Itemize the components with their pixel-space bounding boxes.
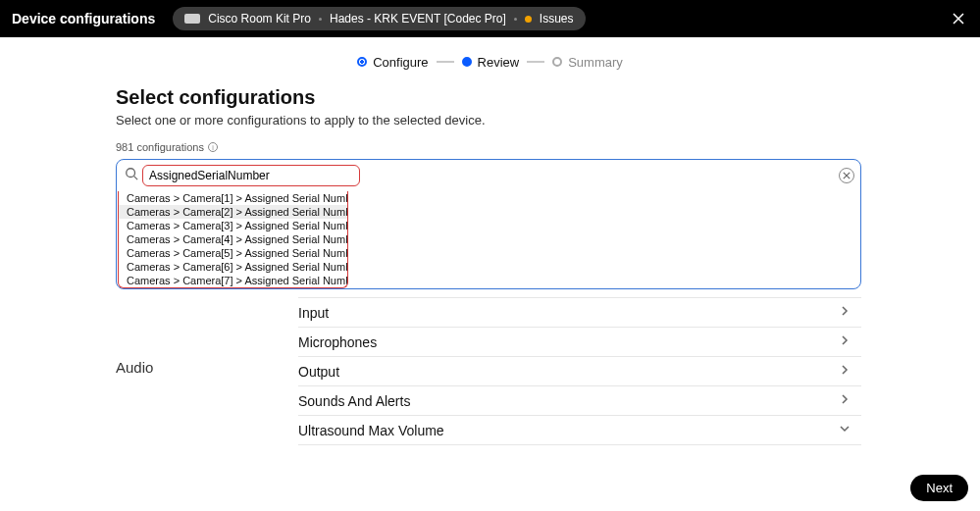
search-container: Cameras > Camera[1] > Assigned Serial Nu… [116, 159, 861, 289]
breadcrumb-status: Issues [540, 12, 574, 26]
step-bullet-icon [552, 57, 562, 67]
info-icon[interactable]: i [208, 142, 218, 152]
breadcrumb-separator [319, 18, 322, 21]
search-icon [125, 167, 138, 184]
config-row[interactable]: Output [298, 357, 861, 386]
config-row-label: Ultrasound Max Volume [298, 423, 444, 438]
step-review[interactable]: Review [462, 55, 520, 70]
step-configure[interactable]: Configure [357, 55, 428, 70]
autocomplete-item[interactable]: Cameras > Camera[6] > Assigned Serial Nu… [119, 260, 347, 274]
config-row[interactable]: Microphones [298, 328, 861, 357]
clear-search-button[interactable] [839, 168, 854, 183]
step-label: Review [478, 55, 520, 70]
header-bar: Device configurations Cisco Room Kit Pro… [0, 0, 980, 37]
config-row-label: Output [298, 364, 339, 380]
search-row [117, 160, 860, 191]
autocomplete-item[interactable]: Cameras > Camera[5] > Assigned Serial Nu… [119, 246, 347, 260]
chevron-right-icon [838, 304, 851, 322]
config-row[interactable]: Sounds And Alerts [298, 386, 861, 416]
breadcrumb-pill: Cisco Room Kit Pro Hades - KRK EVENT [Co… [173, 7, 585, 30]
content-area: Select configurations Select one or more… [0, 86, 980, 511]
autocomplete-dropdown: Cameras > Camera[1] > Assigned Serial Nu… [118, 191, 348, 288]
config-row[interactable]: Input [298, 298, 861, 328]
close-button[interactable] [947, 7, 970, 30]
step-bullet-icon [357, 57, 367, 67]
config-row-label: Microphones [298, 334, 377, 350]
config-row-label: Input [298, 305, 329, 321]
config-row-label: Sounds And Alerts [298, 393, 410, 409]
autocomplete-item[interactable]: Cameras > Camera[7] > Assigned Serial Nu… [119, 274, 347, 287]
autocomplete-item[interactable]: Cameras > Camera[1] > Assigned Serial Nu… [119, 191, 347, 205]
chevron-right-icon [838, 363, 851, 381]
autocomplete-item[interactable]: Cameras > Camera[2] > Assigned Serial Nu… [119, 205, 347, 219]
step-label: Summary [568, 55, 623, 70]
category-label: Audio [116, 359, 153, 376]
config-count-text: 981 configurations [116, 141, 204, 153]
device-type-icon [184, 14, 200, 24]
step-connector [437, 61, 454, 63]
breadcrumb-device-name: Hades - KRK EVENT [Codec Pro] [330, 12, 506, 26]
config-count: 981 configurations i [116, 141, 864, 153]
svg-point-0 [127, 169, 135, 178]
search-input[interactable] [149, 169, 353, 182]
breadcrumb-device-type: Cisco Room Kit Pro [208, 12, 311, 26]
autocomplete-item[interactable]: Cameras > Camera[3] > Assigned Serial Nu… [119, 219, 347, 232]
next-button[interactable]: Next [910, 475, 968, 501]
stepper: Configure Review Summary [0, 37, 980, 86]
step-connector [527, 61, 544, 63]
chevron-down-icon [838, 422, 851, 439]
close-icon [952, 12, 965, 26]
page-subtitle: Select one or more configurations to app… [116, 113, 864, 128]
chevron-right-icon [838, 392, 851, 410]
close-icon [843, 172, 851, 179]
step-bullet-icon [462, 57, 472, 67]
step-label: Configure [373, 55, 428, 70]
config-row[interactable]: Ultrasound Max Volume [298, 416, 861, 445]
autocomplete-item[interactable]: Cameras > Camera[4] > Assigned Serial Nu… [119, 232, 347, 246]
status-dot-icon [525, 16, 532, 23]
step-summary[interactable]: Summary [552, 55, 623, 70]
page-title: Select configurations [116, 86, 864, 109]
page-header-title: Device configurations [12, 11, 155, 26]
search-input-wrap [142, 165, 360, 186]
breadcrumb-separator [514, 18, 517, 21]
chevron-right-icon [838, 333, 851, 351]
